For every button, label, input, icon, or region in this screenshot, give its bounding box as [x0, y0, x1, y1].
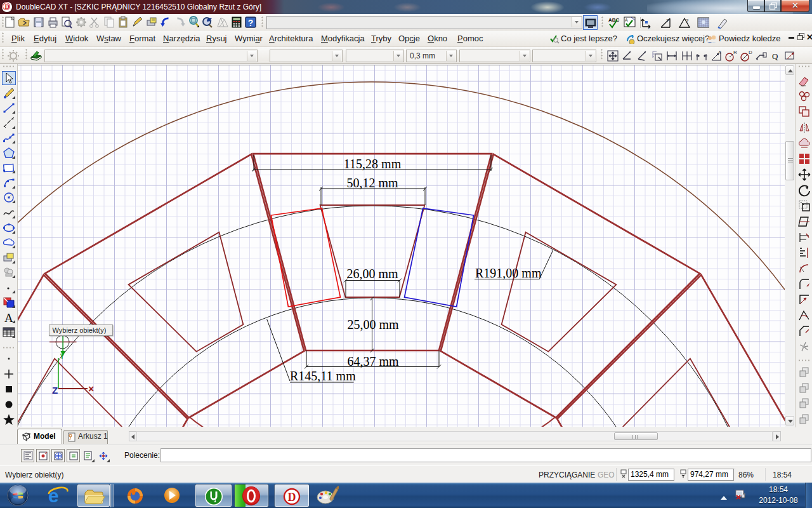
svg-text:×: ×: [88, 384, 94, 394]
svg-text:26,00 mm: 26,00 mm: [346, 267, 398, 281]
svg-text:64,37 mm: 64,37 mm: [347, 354, 399, 368]
svg-text:A: A: [625, 18, 628, 22]
svg-text:D: D: [749, 50, 752, 55]
svg-text:?: ?: [666, 18, 669, 23]
svg-text:?: ?: [686, 18, 689, 23]
svg-text:Z: Z: [52, 385, 58, 396]
svg-text:115,28 mm: 115,28 mm: [344, 157, 402, 171]
svg-text:D: D: [288, 491, 296, 504]
svg-text:ABC: ABC: [608, 17, 620, 23]
svg-text:Y: Y: [60, 353, 65, 360]
svg-text:A: A: [718, 50, 721, 55]
svg-text:R145,11 mm: R145,11 mm: [290, 369, 356, 383]
svg-text:Q: Q: [772, 51, 778, 61]
svg-text:R191,00 mm: R191,00 mm: [475, 266, 542, 280]
svg-text:x: x: [648, 27, 650, 29]
svg-text:R: R: [733, 50, 737, 55]
svg-text:50,12 mm: 50,12 mm: [346, 176, 398, 190]
svg-text:25,00 mm: 25,00 mm: [347, 318, 399, 331]
svg-text:?: ?: [248, 18, 254, 28]
